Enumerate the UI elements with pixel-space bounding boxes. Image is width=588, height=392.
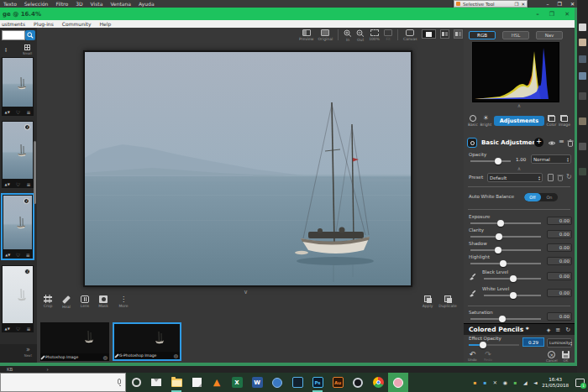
apply-button[interactable]: Apply [420, 295, 435, 308]
sidebar-scrollbar[interactable] [34, 141, 36, 204]
save-preset-icon[interactable] [548, 174, 554, 181]
heart-icon[interactable]: ♡ [16, 181, 20, 187]
info-icon[interactable]: i [24, 269, 30, 274]
taskbar-active-app-button[interactable] [388, 373, 408, 392]
browser-thumbnail-2[interactable]: i ▲▼ ♡ ≡ [2, 121, 34, 188]
collapse-chevron-up-icon[interactable]: ∧ [464, 103, 575, 108]
slider-track[interactable] [484, 295, 541, 296]
add-adjustment-button[interactable]: + [534, 138, 543, 147]
tray-volume-icon[interactable]: ◄ [532, 379, 538, 385]
ps-panel-icon[interactable] [579, 72, 586, 80]
mask-tool-button[interactable]: Mask [96, 295, 111, 308]
menu-item-seleccion[interactable]: Selección [24, 1, 49, 7]
reset-icon[interactable]: ↻ [565, 327, 570, 333]
opacity-knob[interactable] [495, 158, 501, 165]
maximize-icon[interactable]: ❐ [558, 1, 562, 7]
maximize-icon[interactable]: ❐ [549, 11, 554, 18]
tab-nav[interactable]: Nav [536, 31, 563, 39]
eyedropper-icon[interactable] [469, 273, 476, 280]
awb-off[interactable]: Off [524, 193, 541, 201]
slider-track[interactable] [484, 278, 541, 280]
awb-on[interactable]: On [541, 193, 558, 201]
search-button[interactable] [25, 30, 35, 40]
zoom-out-button[interactable]: Out [356, 29, 365, 42]
collapse-chevron-up-icon[interactable]: ∧ [464, 166, 575, 171]
taskbar-audition-button[interactable]: Au [328, 373, 348, 392]
sort-dropdown-stepper[interactable]: ▴▾ [5, 47, 7, 52]
heart-icon[interactable]: ♡ [16, 109, 20, 115]
tab-adjustments-selected[interactable]: Adjustments [494, 116, 544, 126]
visibility-eye-icon[interactable] [548, 140, 556, 146]
taskbar-photoshop-button[interactable]: Ps [307, 373, 328, 392]
taskbar-clock[interactable]: 16:43 21/05/2018 [542, 377, 569, 388]
original-button[interactable]: Original [318, 29, 333, 41]
panel-menu-icon[interactable]: ≡ [559, 138, 564, 145]
delete-preset-icon[interactable] [557, 174, 564, 181]
microphone-icon[interactable] [118, 379, 121, 384]
rating-icon[interactable]: ▲▼ [5, 110, 10, 114]
menu-item-texto[interactable]: Texto [3, 1, 17, 7]
tab-hsl[interactable]: HSL [502, 31, 529, 39]
tray-close-icon[interactable]: ✕ [491, 379, 498, 385]
menu-item-3d[interactable]: 3D [76, 1, 82, 7]
slider-knob[interactable] [480, 342, 486, 348]
tab-image[interactable]: Image [559, 115, 570, 127]
heart-icon[interactable]: ♡ [16, 326, 20, 332]
slider-track[interactable] [470, 236, 541, 238]
single-view-button[interactable] [422, 29, 436, 39]
preview-button[interactable]: Preview [299, 29, 314, 41]
taskbar-defender-button[interactable] [267, 373, 287, 392]
taskbar-explorer-button[interactable] [166, 373, 186, 392]
opacity-slider[interactable] [470, 160, 511, 162]
taskbar-chrome-button[interactable] [368, 373, 388, 392]
heal-tool-button[interactable]: Heal [59, 295, 74, 309]
menu-item-filtro[interactable]: Filtro [55, 1, 68, 7]
rating-icon[interactable]: ▲▼ [5, 253, 10, 257]
info-icon[interactable]: i [24, 124, 30, 130]
tray-eye-icon[interactable]: ◉ [501, 379, 508, 385]
menu-icon[interactable]: ≡ [26, 181, 30, 187]
collapse-chevron-down-icon[interactable]: ∨ [244, 289, 248, 295]
trash-icon[interactable] [567, 139, 574, 147]
thumbnail-size-button[interactable]: Small [23, 44, 32, 55]
blend-mode-dropdown[interactable]: Normal ▴▾ [531, 154, 571, 164]
slider-track[interactable] [470, 318, 541, 320]
taskbar-cortana-button[interactable] [126, 373, 146, 392]
ps-panel-icon[interactable] [579, 92, 586, 100]
menu-item-help[interactable]: Help [100, 21, 112, 27]
menu-icon[interactable]: ≡ [26, 252, 30, 258]
taskbar-mail-button[interactable] [146, 373, 166, 392]
taskbar-search-input[interactable] [0, 373, 126, 392]
awb-toggle[interactable]: Off On [524, 193, 558, 201]
browser-thumbnail-4[interactable]: i ▲▼ ♡ ≡ [2, 265, 34, 332]
taskbar-app-circle-button[interactable] [348, 373, 368, 392]
selective-tool-window[interactable]: Selective Tool ❐ ✕ [454, 0, 528, 8]
tab-bright[interactable]: ☀Bright [480, 115, 491, 127]
ps-panel-icon[interactable] [579, 143, 586, 150]
menu-item-adjustments[interactable]: ustments [2, 21, 25, 27]
menu-item-ventana[interactable]: Ventana [110, 1, 131, 7]
tray-network-icon[interactable]: ◢ [522, 379, 528, 385]
reset-icon[interactable]: ↻ [566, 173, 572, 180]
taskbar-notes-button[interactable] [186, 373, 207, 392]
slider-knob[interactable] [500, 260, 507, 267]
rating-icon[interactable]: ▲▼ [5, 182, 10, 186]
maximize-icon[interactable]: ❐ [514, 2, 518, 7]
taskbar-excel-button[interactable]: X [227, 373, 247, 392]
slider-track[interactable] [470, 249, 541, 251]
preset-dropdown[interactable]: Default ▴▾ [487, 173, 543, 182]
taskbar-adobe-app-button[interactable] [287, 373, 307, 392]
main-photo[interactable] [83, 50, 412, 287]
menu-icon[interactable]: ≡ [26, 109, 30, 115]
ps-panel-icon[interactable] [579, 24, 586, 31]
tab-rgb[interactable]: RGB [469, 31, 496, 39]
filmstrip-thumbnail-2-selected[interactable]: G-Photoshop Image ◎ [113, 322, 181, 361]
target-icon[interactable]: ◎ [174, 353, 178, 358]
menu-item-ayuda[interactable]: Ayuda [139, 1, 155, 7]
filmstrip-thumbnail-1[interactable]: Photoshop Image ◎ [40, 322, 109, 361]
split-view-button-1[interactable] [440, 29, 449, 39]
taskbar-vlc-button[interactable]: ▲ [207, 373, 227, 392]
menu-item-vista[interactable]: Vista [91, 1, 103, 7]
slider-knob[interactable] [496, 233, 502, 240]
slider-track[interactable] [470, 222, 541, 224]
